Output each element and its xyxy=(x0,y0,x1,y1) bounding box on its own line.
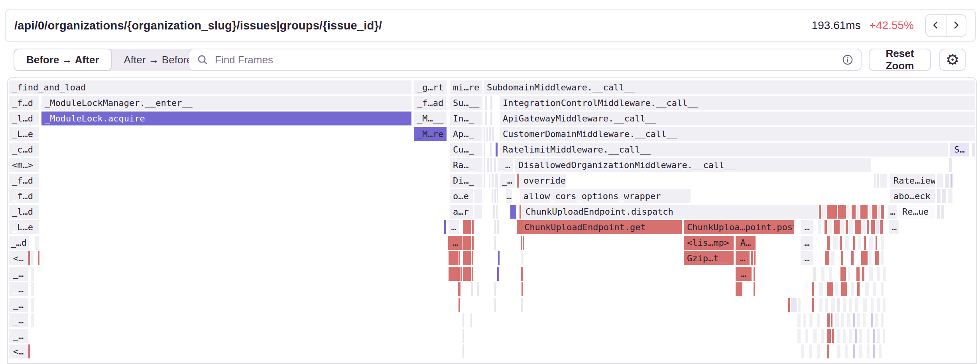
flame-frame-sliver[interactable] xyxy=(38,251,39,265)
flame-frame[interactable]: … xyxy=(448,236,462,250)
info-icon[interactable] xyxy=(842,54,854,66)
flame-frame-sliver[interactable] xyxy=(945,174,949,188)
flame-frame[interactable]: … xyxy=(801,251,813,265)
flame-frame-sliver[interactable] xyxy=(875,313,878,327)
flame-frame-sliver[interactable] xyxy=(494,298,496,312)
flame-frame-sliver[interactable] xyxy=(821,329,824,343)
flame-frame-sliver[interactable] xyxy=(877,329,880,343)
flame-frame[interactable]: IntegrationControlMiddleware.__call__ xyxy=(500,96,975,110)
flame-frame-sliver[interactable] xyxy=(855,220,861,234)
flame-frame-sliver[interactable] xyxy=(840,267,846,281)
flame-frame-sliver[interactable] xyxy=(463,220,471,234)
flame-frame-sliver[interactable] xyxy=(835,313,839,327)
flame-frame[interactable]: _ModuleLockManager.__enter__ xyxy=(41,96,411,110)
flame-frame-sliver[interactable] xyxy=(825,220,827,234)
flame-frame-sliver[interactable] xyxy=(881,313,884,327)
flame-frame-sliver[interactable] xyxy=(831,313,832,327)
flame-frame-sliver[interactable] xyxy=(459,298,460,312)
flame-frame-sliver[interactable] xyxy=(845,236,849,250)
flame-frame-sliver[interactable] xyxy=(841,251,843,265)
flame-frame-sliver[interactable] xyxy=(874,174,876,188)
flame-frame-sliver[interactable] xyxy=(871,298,874,312)
flame-frame-sliver[interactable] xyxy=(449,251,458,265)
flame-frame-sliver[interactable] xyxy=(867,220,869,234)
flame-frame[interactable]: _find_and_load xyxy=(9,80,411,94)
flame-frame[interactable]: _…d xyxy=(9,236,29,250)
flame-frame-sliver[interactable] xyxy=(31,282,34,296)
flame-frame-sliver[interactable] xyxy=(834,220,840,234)
flame-frame-sliver[interactable] xyxy=(873,329,875,343)
flame-frame-sliver[interactable] xyxy=(832,329,834,343)
flame-frame[interactable]: _L…e xyxy=(9,127,39,141)
flame-frame[interactable]: _f…d xyxy=(9,174,39,188)
flame-frame-sliver[interactable] xyxy=(754,251,756,265)
flame-frame[interactable]: _… xyxy=(9,267,28,281)
flame-frame-sliver[interactable] xyxy=(521,267,523,281)
flame-frame-sliver[interactable] xyxy=(873,344,875,358)
flame-frame[interactable]: _ModuleLock.acquire xyxy=(41,112,411,125)
flame-frame[interactable]: Cu…_ xyxy=(450,143,482,157)
flame-frame-sliver[interactable] xyxy=(871,313,873,327)
toggle-before-after[interactable]: Before → After xyxy=(14,49,112,71)
flame-frame-sliver[interactable] xyxy=(496,143,498,157)
flame-frame-sliver[interactable] xyxy=(876,220,879,234)
flame-frame-sliver[interactable] xyxy=(494,282,496,296)
flame-frame-sliver[interactable] xyxy=(490,112,492,125)
flame-frame-sliver[interactable] xyxy=(521,282,523,296)
flame-frame-sliver[interactable] xyxy=(942,189,946,203)
flame-frame-sliver[interactable] xyxy=(492,189,493,203)
flame-frame-sliver[interactable] xyxy=(492,127,494,141)
flame-frame-sliver[interactable] xyxy=(28,251,30,265)
flame-frame[interactable]: _M…re xyxy=(414,127,447,141)
flame-frame-sliver[interactable] xyxy=(869,205,871,219)
flame-frame-sliver[interactable] xyxy=(463,267,471,281)
flame-frame-sliver[interactable] xyxy=(484,174,485,188)
flame-frame-sliver[interactable] xyxy=(485,96,487,110)
flame-frame-sliver[interactable] xyxy=(492,174,494,188)
flame-frame[interactable]: … xyxy=(506,189,512,203)
flame-frame-sliver[interactable] xyxy=(458,267,460,281)
flame-frame-sliver[interactable] xyxy=(825,251,829,265)
flame-frame-sliver[interactable] xyxy=(517,174,519,188)
flame-frame-sliver[interactable] xyxy=(517,220,519,234)
flame-frame-sliver[interactable] xyxy=(487,158,489,172)
flame-frame-sliver[interactable] xyxy=(877,267,880,281)
flame-frame[interactable]: … xyxy=(736,267,752,281)
flame-frame-sliver[interactable] xyxy=(31,267,34,281)
flame-frame[interactable]: … xyxy=(449,220,459,234)
flame-frame-sliver[interactable] xyxy=(493,205,495,219)
flame-frame[interactable]: _… xyxy=(500,174,515,188)
flame-frame-sliver[interactable] xyxy=(498,251,500,265)
flame-frame-sliver[interactable] xyxy=(838,205,846,219)
flame-frame[interactable]: _c…d xyxy=(9,143,39,157)
flame-frame-sliver[interactable] xyxy=(801,344,804,358)
flame-frame-sliver[interactable] xyxy=(474,205,482,219)
flame-frame-sliver[interactable] xyxy=(485,112,487,125)
flame-frame[interactable]: _… xyxy=(9,282,28,296)
flame-frame-sliver[interactable] xyxy=(827,344,829,358)
flame-frame-sliver[interactable] xyxy=(825,298,828,312)
flame-frame-sliver[interactable] xyxy=(463,251,471,265)
flame-frame-sliver[interactable] xyxy=(812,298,814,312)
flame-frame-sliver[interactable] xyxy=(949,158,952,172)
flame-frame-sliver[interactable] xyxy=(472,236,474,250)
flame-frame-sliver[interactable] xyxy=(845,344,848,358)
flame-frame-sliver[interactable] xyxy=(880,174,887,188)
flame-frame[interactable]: _l…d xyxy=(9,205,39,219)
flame-frame[interactable]: ChunkUploadEndpoint.get xyxy=(521,220,682,234)
flame-frame-sliver[interactable] xyxy=(878,205,880,219)
flame-frame-sliver[interactable] xyxy=(494,158,496,172)
settings-button[interactable]: ⚙ xyxy=(939,49,966,71)
flame-frame-sliver[interactable] xyxy=(819,298,823,312)
flame-frame[interactable]: abo…eck xyxy=(890,189,935,203)
flame-frame-sliver[interactable] xyxy=(861,251,868,265)
flame-frame[interactable]: _… xyxy=(9,329,28,343)
flame-frame-sliver[interactable] xyxy=(827,236,830,250)
flame-frame[interactable]: S… xyxy=(950,143,969,157)
flame-frame-sliver[interactable] xyxy=(523,236,524,250)
flame-frame[interactable]: _f…ad xyxy=(414,96,447,110)
flame-frame-sliver[interactable] xyxy=(736,282,742,296)
flame-frame-sliver[interactable] xyxy=(510,205,516,219)
flame-frame-sliver[interactable] xyxy=(822,205,826,219)
flame-frame-sliver[interactable] xyxy=(797,313,801,327)
